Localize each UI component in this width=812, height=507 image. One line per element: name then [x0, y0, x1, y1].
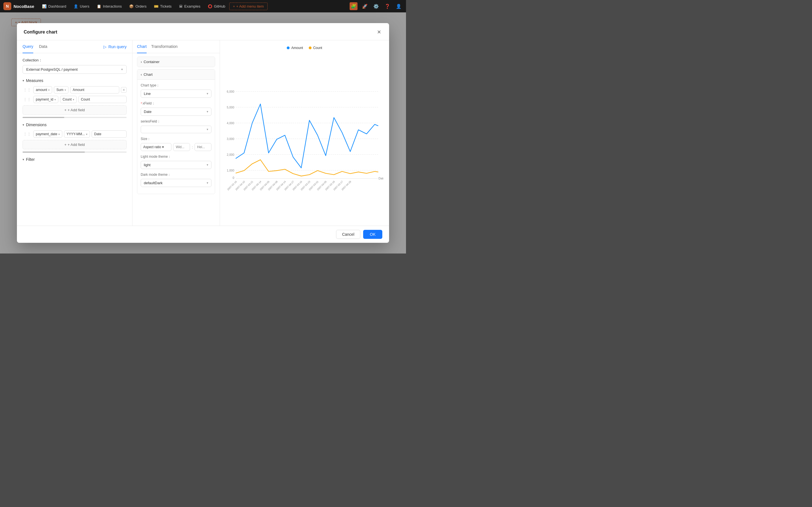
dark-theme-row: Dark mode theme： defaultDark ▾	[141, 172, 211, 187]
modal-close-button[interactable]: ✕	[375, 29, 382, 36]
count-legend-label: Count	[313, 46, 322, 50]
tab-data[interactable]: Data	[39, 40, 47, 53]
light-theme-value: light	[144, 163, 151, 167]
nav-item-interactions[interactable]: 📋 Interactions	[93, 3, 125, 10]
add-menu-button[interactable]: + + Add menu item	[229, 3, 267, 10]
chevron-down-icon: ▾	[207, 128, 208, 131]
legend-count: Count	[309, 46, 322, 50]
page-content: + + Add block Configure chart ✕ Query Da…	[0, 12, 406, 253]
aspect-ratio-select[interactable]: Aspect ratio ▾	[141, 143, 171, 151]
dark-theme-select[interactable]: defaultDark ▾	[141, 179, 211, 187]
chart-legend: Amount Count	[225, 46, 384, 50]
measure-row-2: ⋮⋮ payment_id ▾ Count ▾	[22, 96, 126, 103]
tab-query[interactable]: Query	[22, 40, 33, 53]
add-dimension-button[interactable]: + + Add field	[22, 140, 126, 149]
orders-icon: 📦	[129, 4, 134, 8]
count-aggregation-select[interactable]: Count ▾	[60, 96, 77, 103]
chart-type-row: Chart type： Line ▾	[141, 83, 211, 98]
xfield-select[interactable]: Date ▾	[141, 108, 211, 116]
nav-item-examples[interactable]: 🏛 Examples	[175, 3, 204, 10]
date-format-value: YYYY-MM...	[66, 132, 85, 136]
run-query-button[interactable]: ▷ Run query	[103, 45, 126, 49]
drag-handle-icon[interactable]: ⋮⋮	[22, 97, 32, 102]
add-measure-button[interactable]: + + Add field	[22, 105, 126, 115]
nav-item-tickets[interactable]: 🎫 Tickets	[151, 3, 175, 10]
legend-amount: Amount	[287, 46, 303, 50]
aspect-ratio-value: Aspect ratio	[143, 145, 161, 149]
chevron-down-icon: ▾	[207, 92, 208, 96]
chart-accordion-body: Chart type： Line ▾	[137, 79, 215, 194]
date-format-select[interactable]: YYYY-MM... ▾	[64, 130, 90, 138]
series-field-select[interactable]: ▾	[141, 126, 211, 133]
chevron-down-icon: ▾	[121, 68, 123, 71]
user-icon[interactable]: 👤	[395, 2, 403, 10]
amount-field-select[interactable]: amount ▾	[33, 86, 52, 94]
chevron-down-icon: ▾	[207, 163, 208, 167]
nav-item-users[interactable]: 👤 Users	[70, 3, 93, 10]
collection-label: Collection：	[22, 58, 126, 63]
xfield-row: * xField： Date ▾	[141, 101, 211, 116]
collection-select[interactable]: External PostgreSQL / payment ▾	[22, 65, 126, 74]
container-accordion-header[interactable]: › Container	[137, 57, 215, 67]
chevron-down-icon: ▾	[22, 158, 24, 161]
nav-item-dashboard[interactable]: 📊 Dashboard	[39, 3, 70, 10]
measures-label: Measures	[26, 78, 43, 83]
chevron-right-icon: ›	[141, 60, 142, 64]
filter-header[interactable]: ▾ Filter	[22, 157, 126, 162]
light-theme-label: Light mode theme：	[141, 154, 211, 159]
chevron-down-icon: ‹	[141, 72, 142, 76]
delete-measure-1-button[interactable]: ×	[121, 87, 126, 93]
dimensions-label: Dimensions	[26, 122, 47, 127]
svg-text:6,000: 6,000	[227, 90, 234, 93]
nav-label-tickets: Tickets	[160, 4, 172, 8]
chart-accordion-header[interactable]: ‹ Chart	[137, 69, 215, 79]
width-input[interactable]	[173, 143, 190, 151]
svg-text:Date: Date	[378, 177, 384, 180]
height-input[interactable]	[195, 143, 211, 151]
payment-id-field-select[interactable]: payment_id ▾	[33, 96, 58, 103]
date-alias-input[interactable]	[92, 130, 126, 138]
chevron-down-icon: ▾	[22, 79, 24, 82]
chart-preview-panel: Amount Count 6,000 5,000 4,0	[220, 40, 389, 226]
help-icon[interactable]: ❓	[384, 2, 391, 10]
modal-overlay: Configure chart ✕ Query Data ▷ Run query	[0, 12, 406, 253]
amount-alias-input[interactable]	[70, 86, 119, 94]
chevron-down-icon: ▾	[48, 89, 50, 92]
chart-type-select[interactable]: Line ▾	[141, 90, 211, 98]
run-query-icon: ▷	[103, 45, 107, 49]
nav-label-examples: Examples	[185, 4, 200, 8]
middle-content: › Container ‹ Chart	[133, 53, 220, 200]
chevron-down-icon: ▾	[207, 110, 208, 114]
light-theme-select[interactable]: light ▾	[141, 161, 211, 169]
cancel-button[interactable]: Cancel	[336, 230, 360, 239]
nav-item-github[interactable]: ⭕ GitHub	[204, 3, 229, 10]
drag-handle-icon[interactable]: ⋮⋮	[22, 131, 32, 137]
svg-text:4,000: 4,000	[227, 121, 234, 125]
count-alias-input[interactable]	[79, 96, 126, 103]
nav-item-orders[interactable]: 📦 Orders	[126, 3, 150, 10]
svg-text:0: 0	[233, 176, 234, 179]
tab-chart[interactable]: Chart	[137, 40, 147, 53]
series-field-row: seriesField： ▾	[141, 119, 211, 133]
settings-icon[interactable]: ⚙️	[372, 2, 380, 10]
dimensions-header[interactable]: ▾ Dimensions	[22, 122, 126, 127]
container-accordion: › Container	[137, 57, 215, 67]
left-panel: Query Data ▷ Run query Collection： Exter…	[17, 40, 133, 226]
ok-button[interactable]: OK	[363, 230, 382, 239]
payment-date-select[interactable]: payment_date ▾	[33, 130, 62, 138]
run-query-label: Run query	[108, 45, 126, 49]
plugin-icon[interactable]: 🧩	[350, 2, 357, 10]
size-controls: Aspect ratio ▾ :	[141, 143, 211, 151]
dashboard-icon: 📊	[42, 4, 47, 8]
modal-header: Configure chart ✕	[17, 23, 389, 40]
scroll-indicator	[22, 117, 126, 118]
drag-handle-icon[interactable]: ⋮⋮	[22, 87, 32, 93]
tab-transformation[interactable]: Transformation	[151, 40, 177, 53]
chevron-down-icon: ▾	[54, 98, 56, 101]
rocket-icon[interactable]: 🚀	[361, 2, 369, 10]
measures-header[interactable]: ▾ Measures	[22, 78, 126, 83]
interactions-icon: 📋	[97, 4, 101, 8]
chevron-down-icon: ▾	[162, 145, 164, 149]
sum-aggregation-select[interactable]: Sum ▾	[54, 86, 68, 94]
xfield-label: * xField：	[141, 101, 211, 106]
